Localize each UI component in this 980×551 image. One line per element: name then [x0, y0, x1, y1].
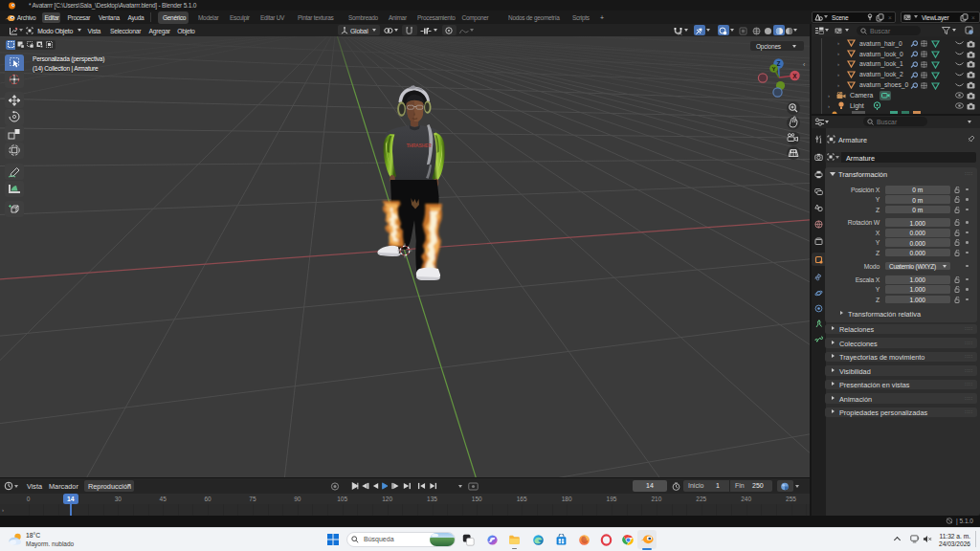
svg-text:X: X: [792, 73, 797, 79]
svg-text:Z: Z: [777, 60, 781, 67]
svg-text:Y: Y: [771, 66, 775, 72]
svg-text:THRASHER: THRASHER: [406, 143, 432, 148]
